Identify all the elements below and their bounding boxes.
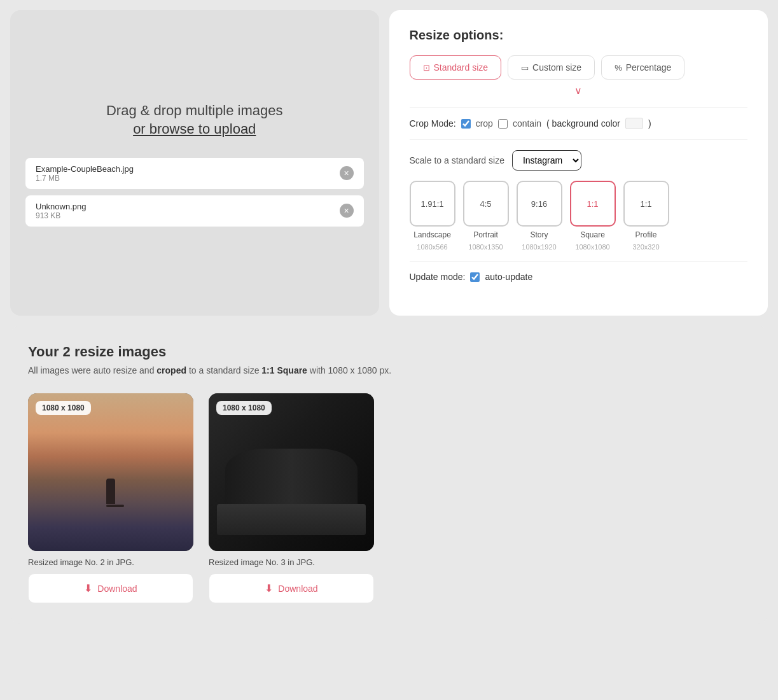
ratio-box-profile: 1:1 — [623, 181, 669, 227]
drag-text: Drag & drop multiple images — [106, 100, 283, 121]
scale-row: Scale to a standard size Instagram — [410, 150, 748, 171]
tab-indicator: ∨ — [410, 85, 748, 97]
image-badge-0: 1080 x 1080 — [36, 401, 91, 415]
update-mode-label: Update mode: — [410, 272, 466, 282]
image-label-1: Resized image No. 3 in JPG. — [209, 557, 374, 567]
standard-size-icon: ⊡ — [423, 63, 430, 73]
desc-middle: to a standard size — [186, 365, 261, 375]
image-thumb-0: 1080 x 1080 — [28, 393, 193, 551]
ratio-name-story: Story — [530, 230, 548, 239]
ratio-item-portrait[interactable]: 4:5 Portrait 1080x1350 — [463, 181, 509, 251]
file-name: Unknown.png — [36, 202, 87, 211]
results-title: Your 2 resize images — [28, 344, 750, 360]
image-label-0: Resized image No. 2 in JPG. — [28, 557, 193, 567]
ratio-label-story: 9:16 — [531, 199, 547, 209]
download-icon-1: ⬇ — [265, 582, 273, 594]
ratio-grid: 1.91:1 Landscape 1080x566 4:5 Portrait 1… — [410, 181, 748, 251]
bg-color-end: ) — [648, 118, 651, 129]
tab-custom-label: Custom size — [532, 62, 581, 73]
browse-link[interactable]: or browse to upload — [106, 121, 283, 137]
download-icon-0: ⬇ — [84, 582, 92, 594]
ratio-size-story: 1080x1920 — [522, 243, 556, 251]
percentage-icon: % — [615, 63, 622, 73]
file-name: Example-CoupleBeach.jpg — [36, 164, 134, 174]
download-button-1[interactable]: ⬇ Download — [209, 573, 374, 603]
results-description: All images were auto resize and croped t… — [28, 365, 750, 375]
ratio-size-square: 1080x1080 — [575, 243, 609, 251]
ratio-item-profile[interactable]: 1:1 Profile 320x320 — [623, 181, 669, 251]
crop-label: crop — [476, 118, 493, 129]
thumb-beach — [28, 393, 193, 551]
ratio-size-landscape: 1080x566 — [417, 243, 447, 251]
desc-bold2: 1:1 Square — [261, 365, 307, 375]
download-button-0[interactable]: ⬇ Download — [28, 573, 193, 603]
update-mode-row: Update mode: auto-update — [410, 272, 748, 282]
resize-title: Resize options: — [410, 28, 748, 43]
ratio-box-story: 9:16 — [517, 181, 562, 227]
image-badge-1: 1080 x 1080 — [216, 401, 272, 415]
upload-panel: Drag & drop multiple images or browse to… — [10, 10, 379, 316]
scale-label: Scale to a standard size — [410, 155, 504, 165]
results-section: Your 2 resize images All images were aut… — [10, 326, 768, 624]
divider-3 — [410, 261, 748, 262]
auto-update-checkbox[interactable] — [470, 272, 480, 282]
ratio-size-profile: 320x320 — [632, 243, 659, 251]
custom-size-icon: ▭ — [521, 63, 529, 73]
download-label-1: Download — [278, 584, 317, 594]
ratio-name-profile: Profile — [635, 230, 656, 239]
ratio-name-portrait: Portrait — [473, 230, 498, 239]
file-item: Unknown.png 913 KB × — [25, 195, 364, 227]
crop-mode-label: Crop Mode: — [410, 118, 456, 129]
image-card-1: 1080 x 1080 Resized image No. 3 in JPG. … — [209, 393, 374, 603]
scale-select[interactable]: Instagram — [512, 150, 581, 171]
size-tabs: ⊡ Standard size ▭ Custom size % Percenta… — [410, 55, 748, 80]
desc-suffix: with 1080 x 1080 px. — [307, 365, 391, 375]
download-label-0: Download — [97, 584, 137, 594]
ratio-name-landscape: Landscape — [413, 230, 451, 239]
image-thumb-1: 1080 x 1080 — [209, 393, 374, 551]
tab-custom-size[interactable]: ▭ Custom size — [508, 55, 595, 80]
divider-1 — [410, 107, 748, 108]
ratio-label-square: 1:1 — [587, 199, 598, 209]
crop-checkbox[interactable] — [461, 119, 471, 129]
file-size: 1.7 MB — [36, 174, 134, 183]
ratio-item-landscape[interactable]: 1.91:1 Landscape 1080x566 — [410, 181, 455, 251]
tab-standard-size[interactable]: ⊡ Standard size — [410, 55, 502, 80]
thumb-car — [209, 393, 374, 551]
bg-color-box[interactable] — [625, 118, 643, 129]
file-info: Example-CoupleBeach.jpg 1.7 MB — [36, 164, 134, 183]
file-list: Example-CoupleBeach.jpg 1.7 MB × Unknown… — [25, 158, 364, 227]
tab-standard-label: Standard size — [434, 62, 489, 73]
auto-update-label: auto-update — [485, 272, 532, 282]
tab-percentage[interactable]: % Percentage — [601, 55, 684, 80]
divider-2 — [410, 139, 748, 140]
resize-panel: Resize options: ⊡ Standard size ▭ Custom… — [389, 10, 768, 316]
file-item: Example-CoupleBeach.jpg 1.7 MB × — [25, 158, 364, 189]
tab-percentage-label: Percentage — [626, 62, 672, 73]
contain-label: contain — [513, 118, 541, 129]
file-size: 913 KB — [36, 211, 87, 220]
ratio-item-story[interactable]: 9:16 Story 1080x1920 — [517, 181, 562, 251]
ratio-item-square[interactable]: 1:1 Square 1080x1080 — [570, 181, 616, 251]
ratio-size-portrait: 1080x1350 — [468, 243, 503, 251]
desc-prefix: All images were auto resize and — [28, 365, 156, 375]
file-info: Unknown.png 913 KB — [36, 202, 87, 220]
crop-mode-row: Crop Mode: crop contain ( background col… — [410, 118, 748, 129]
desc-bold1: croped — [156, 365, 186, 375]
drop-zone[interactable]: Drag & drop multiple images or browse to… — [106, 100, 283, 137]
ratio-label-landscape: 1.91:1 — [420, 199, 443, 209]
images-grid: 1080 x 1080 Resized image No. 2 in JPG. … — [28, 393, 750, 603]
contain-checkbox[interactable] — [498, 119, 508, 129]
bg-color-label: ( background color — [546, 118, 620, 129]
top-section: Drag & drop multiple images or browse to… — [10, 10, 768, 316]
ratio-label-profile: 1:1 — [640, 199, 651, 209]
ratio-box-landscape: 1.91:1 — [410, 181, 455, 227]
file-remove-button-0[interactable]: × — [340, 166, 354, 180]
ratio-name-square: Square — [580, 230, 605, 239]
image-card-0: 1080 x 1080 Resized image No. 2 in JPG. … — [28, 393, 193, 603]
file-remove-button-1[interactable]: × — [340, 204, 354, 218]
ratio-box-square: 1:1 — [570, 181, 616, 227]
ratio-label-portrait: 4:5 — [480, 199, 491, 209]
ratio-box-portrait: 4:5 — [463, 181, 509, 227]
